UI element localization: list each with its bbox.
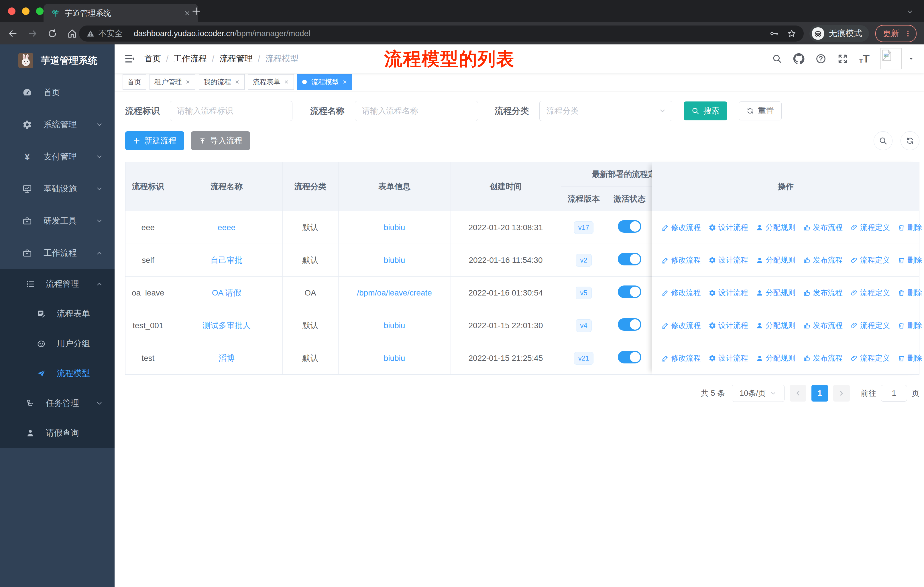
sidebar-item-payment[interactable]: ¥ 支付管理 [0,141,115,173]
search-button[interactable]: 搜索 [684,101,727,121]
version-badge[interactable]: v17 [574,221,594,234]
model-name-link[interactable]: 测试多审批人 [203,321,251,330]
assign-rule-link[interactable]: 分配规则 [756,321,795,331]
browser-update-button[interactable]: 更新 [875,25,917,42]
delete-model-link[interactable]: 删除 [898,222,922,232]
sidebar-item-task-manage[interactable]: 任务管理 [0,389,115,418]
assign-rule-link[interactable]: 分配规则 [756,222,795,232]
version-badge[interactable]: v2 [576,254,591,266]
breadcrumb-workflow[interactable]: 工作流程 [173,53,207,64]
design-model-link[interactable]: 设计流程 [709,255,748,265]
active-toggle[interactable] [618,286,641,298]
window-minimize-button[interactable] [22,7,30,15]
form-info-link[interactable]: biubiu [384,223,405,232]
reload-button[interactable] [48,29,57,38]
sidebar-item-process-model[interactable]: 流程模型 [0,359,115,389]
edit-model-link[interactable]: 修改流程 [662,288,701,298]
delete-model-link[interactable]: 删除 [898,255,922,265]
publish-model-link[interactable]: 发布流程 [803,222,843,232]
sidebar-item-system[interactable]: 系统管理 [0,109,115,141]
form-info-link[interactable]: biubiu [384,256,405,265]
tag-tenant[interactable]: 租户管理 [150,74,195,90]
close-icon[interactable] [185,79,190,84]
page-size-select[interactable]: 10条/页 [732,385,784,402]
fullscreen-icon[interactable] [837,53,848,64]
sidebar-item-process-manage[interactable]: 流程管理 [0,269,115,299]
process-definition-link[interactable]: 流程定义 [850,353,890,363]
design-model-link[interactable]: 设计流程 [709,353,748,363]
toggle-search-button[interactable] [874,131,893,150]
sidebar-item-infra[interactable]: 基础设施 [0,173,115,205]
process-definition-link[interactable]: 流程定义 [850,288,890,298]
publish-model-link[interactable]: 发布流程 [803,288,843,298]
sidebar-logo[interactable]: 芋道管理系统 [0,45,115,76]
publish-model-link[interactable]: 发布流程 [803,321,843,331]
not-secure-warning-icon[interactable] [86,30,94,38]
window-close-button[interactable] [8,7,15,15]
import-model-button[interactable]: 导入流程 [191,131,250,150]
publish-model-link[interactable]: 发布流程 [803,353,843,363]
model-name-input[interactable] [355,101,478,121]
new-tab-button[interactable] [191,6,201,16]
edit-model-link[interactable]: 修改流程 [662,321,701,331]
avatar[interactable] [881,48,902,69]
search-icon[interactable] [772,54,782,64]
current-page-button[interactable]: 1 [812,385,828,402]
password-key-icon[interactable] [769,29,779,38]
sidebar-item-home[interactable]: 首页 [0,76,115,109]
delete-model-link[interactable]: 删除 [898,321,922,331]
refresh-table-button[interactable] [901,131,919,150]
tab-overflow-chevron-icon[interactable] [906,8,914,15]
version-badge[interactable]: v4 [576,319,591,332]
create-model-button[interactable]: 新建流程 [125,131,184,150]
security-label[interactable]: 不安全 [99,28,122,39]
edit-model-link[interactable]: 修改流程 [662,353,701,363]
delete-model-link[interactable]: 删除 [898,288,922,298]
design-model-link[interactable]: 设计流程 [709,321,748,331]
process-definition-link[interactable]: 流程定义 [850,222,890,232]
category-select[interactable]: 流程分类 [540,101,672,121]
sidebar-item-devtools[interactable]: 研发工具 [0,205,115,237]
assign-rule-link[interactable]: 分配规则 [756,255,795,265]
breadcrumb-home[interactable]: 首页 [144,53,161,64]
browser-tab[interactable]: 芋道管理系统 [43,4,198,22]
reset-button[interactable]: 重置 [739,101,782,121]
assign-rule-link[interactable]: 分配规则 [756,353,795,363]
tag-home[interactable]: 首页 [122,74,146,90]
back-button[interactable] [7,28,18,39]
version-badge[interactable]: v21 [574,352,594,365]
active-toggle[interactable] [618,253,641,265]
form-info-link[interactable]: /bpm/oa/leave/create [357,288,432,297]
sidebar-item-leave-query[interactable]: 请假查询 [0,418,115,448]
assign-rule-link[interactable]: 分配规则 [756,288,795,298]
version-badge[interactable]: v5 [576,287,591,299]
model-id-input[interactable] [170,101,292,121]
edit-model-link[interactable]: 修改流程 [662,255,701,265]
next-page-button[interactable] [833,385,850,402]
close-icon[interactable] [342,79,347,84]
avatar-caret-down-icon[interactable] [908,56,914,62]
tab-close-icon[interactable] [184,10,191,17]
address-bar[interactable]: 不安全 dashboard.yudao.iocoder.cn/bpm/manag… [79,25,804,41]
breadcrumb-process-manage[interactable]: 流程管理 [219,53,252,64]
tag-process-form[interactable]: 流程表单 [248,74,294,90]
active-toggle[interactable] [618,351,641,364]
active-toggle[interactable] [618,220,641,233]
active-toggle[interactable] [618,318,641,331]
close-icon[interactable] [284,79,289,84]
tag-process-model[interactable]: 流程模型 [297,74,352,90]
process-definition-link[interactable]: 流程定义 [850,255,890,265]
form-info-link[interactable]: biubiu [384,354,405,362]
browser-menu-icon[interactable] [904,30,912,38]
close-icon[interactable] [234,79,240,84]
sidebar-item-workflow[interactable]: 工作流程 [0,237,115,269]
form-info-link[interactable]: biubiu [384,321,405,330]
design-model-link[interactable]: 设计流程 [709,222,748,232]
sidebar-item-user-group[interactable]: 用户分组 [0,329,115,359]
edit-model-link[interactable]: 修改流程 [662,222,701,232]
delete-model-link[interactable]: 删除 [898,353,922,363]
model-name-link[interactable]: eeee [218,223,236,232]
model-name-link[interactable]: 自己审批 [211,256,243,265]
tag-my-process[interactable]: 我的流程 [199,74,244,90]
font-size-icon[interactable]: TT [859,53,870,64]
